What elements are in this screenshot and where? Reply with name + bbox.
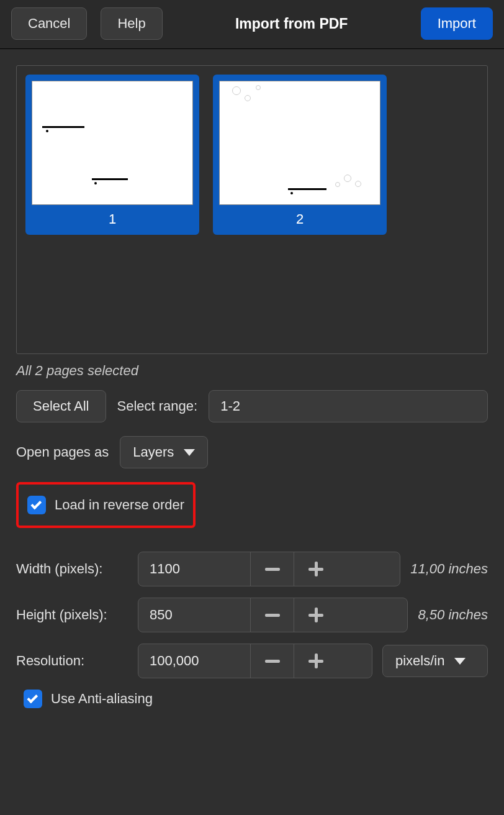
plus-icon [308,562,323,576]
open-pages-as-label: Open pages as [16,444,109,460]
range-input[interactable] [209,390,488,422]
plus-icon [308,608,323,622]
width-input[interactable] [138,552,250,586]
minus-icon [265,660,280,663]
resolution-unit-value: pixels/in [395,653,444,669]
resolution-input[interactable] [138,644,250,678]
page-thumbnail-2[interactable]: 2 [213,75,387,235]
height-label: Height (pixels): [16,607,128,623]
reverse-order-label: Load in reverse order [55,497,184,513]
resolution-decrement-button[interactable] [250,644,294,678]
height-input[interactable] [138,598,250,632]
page-preview-1 [32,81,193,205]
select-all-button[interactable]: Select All [16,390,106,422]
height-inches: 8,50 inches [418,607,488,623]
width-inches: 11,00 inches [410,561,488,577]
open-pages-as-dropdown[interactable]: Layers [120,436,208,468]
plus-icon [308,653,323,668]
cancel-button[interactable]: Cancel [11,7,87,40]
width-increment-button[interactable] [294,552,337,586]
width-spinner[interactable] [138,552,400,586]
open-pages-as-value: Layers [133,444,174,460]
page-preview-2 [219,81,380,205]
resolution-spinner[interactable] [138,644,372,678]
page-number-label: 1 [32,211,193,227]
anti-aliasing-label: Use Anti-aliasing [51,691,153,707]
import-button[interactable]: Import [421,7,493,40]
page-thumbnail-1[interactable]: 1 [25,75,199,235]
titlebar: Cancel Help Import from PDF Import [0,0,504,49]
dialog-title: Import from PDF [235,16,348,32]
page-thumbnails-area[interactable]: 1 2 [16,65,488,354]
select-range-label: Select range: [117,398,198,414]
resolution-label: Resolution: [16,653,128,669]
resolution-unit-dropdown[interactable]: pixels/in [382,645,488,677]
width-decrement-button[interactable] [250,552,294,586]
minus-icon [265,614,280,617]
help-button[interactable]: Help [101,7,162,40]
chevron-down-icon [454,658,466,665]
reverse-order-checkbox[interactable] [27,496,46,514]
height-spinner[interactable] [138,598,408,632]
height-decrement-button[interactable] [250,598,294,632]
chevron-down-icon [184,449,195,456]
anti-aliasing-checkbox[interactable] [24,690,42,708]
width-label: Width (pixels): [16,561,128,577]
resolution-increment-button[interactable] [294,644,337,678]
selection-status: All 2 pages selected [16,363,488,379]
check-icon [27,692,38,703]
minus-icon [265,568,280,571]
check-icon [30,498,42,509]
height-increment-button[interactable] [294,598,337,632]
reverse-order-highlight: Load in reverse order [16,482,196,528]
page-number-label: 2 [219,211,380,227]
